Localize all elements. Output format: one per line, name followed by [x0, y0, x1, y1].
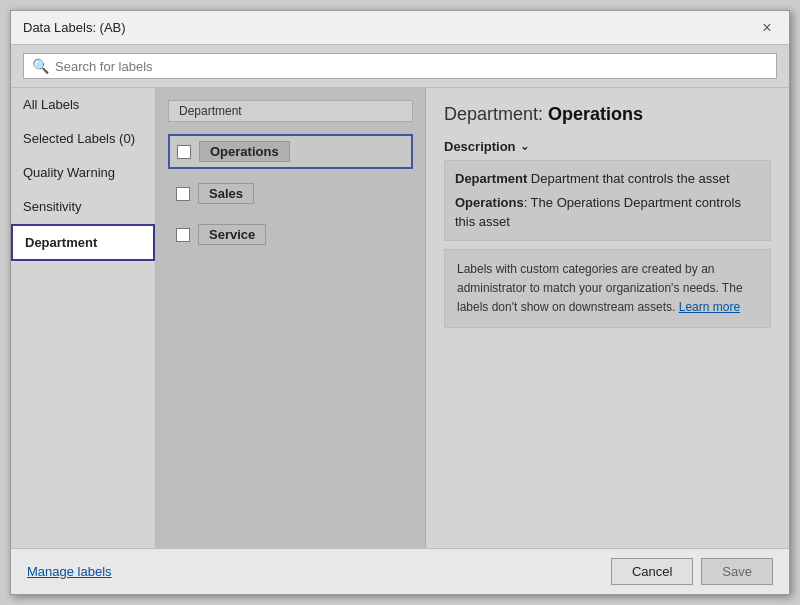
- service-checkbox[interactable]: [176, 228, 190, 242]
- sidebar-item-quality-warning[interactable]: Quality Warning: [11, 156, 155, 190]
- label-item-sales[interactable]: Sales: [168, 177, 413, 210]
- category-tab: Department: [168, 100, 413, 122]
- sidebar-item-department[interactable]: Department: [11, 224, 155, 261]
- dialog: Data Labels: (AB) × 🔍 All Labels Selecte…: [10, 10, 790, 595]
- sidebar-item-sensitivity[interactable]: Sensitivity: [11, 190, 155, 224]
- search-input-wrap: 🔍: [23, 53, 777, 79]
- label-item-service[interactable]: Service: [168, 218, 413, 251]
- footer: Manage labels Cancel Save: [11, 548, 789, 594]
- right-title-category: Department:: [444, 104, 543, 124]
- desc-category-line: Department Department that controls the …: [455, 169, 760, 189]
- desc-category-bold: Department: [455, 171, 527, 186]
- close-button[interactable]: ×: [757, 18, 777, 38]
- desc-category-text: Department that controls the asset: [527, 171, 729, 186]
- sidebar-scroll: All Labels Selected Labels (0) Quality W…: [11, 88, 155, 548]
- right-title: Department: Operations: [444, 104, 771, 125]
- description-header[interactable]: Description ⌄: [444, 139, 771, 154]
- label-item-operations[interactable]: Operations: [168, 134, 413, 169]
- right-title-label: Operations: [548, 104, 643, 124]
- description-box: Department Department that controls the …: [444, 160, 771, 241]
- search-input[interactable]: [55, 59, 768, 74]
- footer-buttons: Cancel Save: [611, 558, 773, 585]
- desc-label-bold: Operations: [455, 195, 524, 210]
- sales-checkbox[interactable]: [176, 187, 190, 201]
- search-icon: 🔍: [32, 58, 49, 74]
- cancel-button[interactable]: Cancel: [611, 558, 693, 585]
- learn-more-link[interactable]: Learn more: [679, 300, 740, 314]
- sidebar: All Labels Selected Labels (0) Quality W…: [11, 88, 156, 548]
- middle-panel: Department Operations Sales Service: [156, 88, 426, 548]
- chevron-down-icon: ⌄: [520, 140, 529, 153]
- dialog-title: Data Labels: (AB): [23, 20, 126, 35]
- desc-label-line: Operations: The Operations Department co…: [455, 193, 760, 232]
- manage-labels-link[interactable]: Manage labels: [27, 564, 112, 579]
- operations-tag: Operations: [199, 141, 290, 162]
- sidebar-item-selected-labels[interactable]: Selected Labels (0): [11, 122, 155, 156]
- search-bar: 🔍: [11, 45, 789, 88]
- description-label: Description: [444, 139, 516, 154]
- title-bar: Data Labels: (AB) ×: [11, 11, 789, 45]
- service-tag: Service: [198, 224, 266, 245]
- sales-tag: Sales: [198, 183, 254, 204]
- sidebar-item-all-labels[interactable]: All Labels: [11, 88, 155, 122]
- right-panel: Department: Operations Description ⌄ Dep…: [426, 88, 789, 548]
- info-box: Labels with custom categories are create…: [444, 249, 771, 329]
- save-button[interactable]: Save: [701, 558, 773, 585]
- main-content: All Labels Selected Labels (0) Quality W…: [11, 88, 789, 548]
- operations-checkbox[interactable]: [177, 145, 191, 159]
